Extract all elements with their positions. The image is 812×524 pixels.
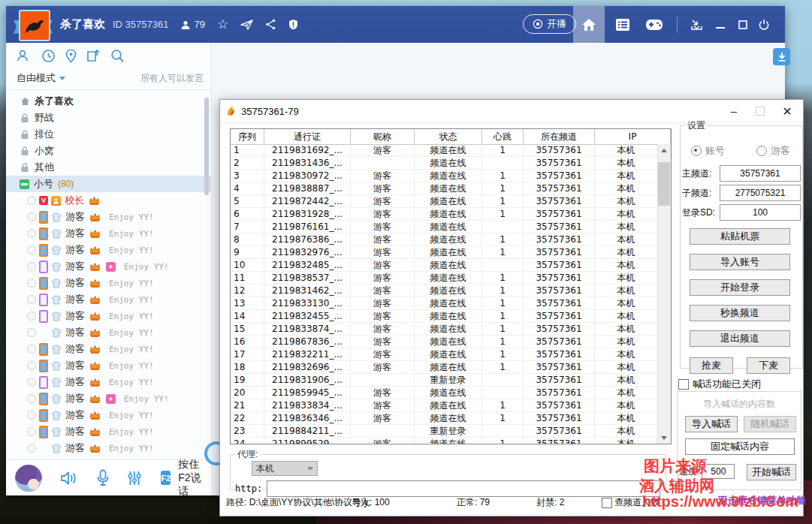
col-seq[interactable]: 序列 [231, 129, 264, 145]
fixed-shout-input[interactable]: 固定喊话内容 [685, 438, 795, 455]
col-status[interactable]: 状态 [415, 129, 482, 145]
checkbox-icon[interactable] [678, 379, 689, 390]
mode-selector[interactable]: 自由模式 [17, 71, 56, 85]
member-row[interactable]: V 游客 ♦ Enjoy YY! [6, 407, 211, 423]
power-button[interactable] [753, 6, 775, 43]
table-scrollbar[interactable] [657, 144, 671, 444]
channel-item[interactable]: 小号 (80) [6, 176, 211, 192]
member-row[interactable]: V 游客 ♦ Enjoy YY! [6, 423, 211, 440]
member-row[interactable]: V 游客 ♦ Enjoy YY! [6, 225, 211, 242]
table-row[interactable]: 8 2119876386_... 游客 频道在线 1 35757361 本机 [231, 233, 658, 246]
col-nickname[interactable]: 昵称 [351, 129, 415, 145]
channel-item[interactable]: 其他 [6, 159, 211, 176]
history-clock-icon[interactable] [41, 49, 56, 63]
table-row[interactable]: 20 2119859945_... 游客 频道在线 35757361 本机 [231, 387, 658, 399]
favorite-star-icon[interactable]: ☆ [217, 18, 228, 31]
download-manager-button[interactable] [685, 6, 708, 43]
member-manage-icon[interactable] [17, 49, 32, 62]
member-row[interactable]: V 游客 ♦ Enjoy YY! [6, 258, 211, 275]
channel-item[interactable]: 野战 [6, 110, 211, 126]
scroll-down-arrow[interactable] [658, 432, 670, 444]
microphone-icon[interactable] [96, 469, 110, 486]
chevron-down-icon[interactable] [59, 77, 65, 80]
channel-item[interactable]: 杀了喜欢 [6, 93, 211, 110]
col-heartbeat[interactable]: 心跳 [482, 129, 524, 145]
table-row[interactable]: 1 2119831692_... 游客 频道在线 1 35757361 本机 [231, 144, 658, 157]
table-row[interactable]: 6 2119831928_... 游客 频道在线 1 35757361 本机 [231, 208, 658, 221]
table-row[interactable]: 15 2119833874_... 游客 频道在线 1 35757361 本机 [231, 323, 658, 336]
app-logo[interactable] [14, 8, 53, 41]
table-row[interactable]: 16 2119867836_... 游客 频道在线 1 35757361 本机 [231, 336, 658, 348]
col-ip[interactable]: IP [595, 129, 671, 145]
table-row[interactable]: 21 2119833834_... 游客 频道在线 1 35757361 本机 [231, 399, 658, 412]
member-row[interactable]: V 游客 ♦ Enjoy YY! [6, 374, 211, 390]
shout-toggle[interactable]: 喊话功能已关闭 [678, 378, 761, 391]
radio-guest[interactable]: 游客 [756, 144, 790, 158]
proxy-select[interactable]: 本机 [252, 461, 318, 476]
sub-channel-input[interactable]: 2775075321 [720, 185, 801, 201]
col-passport[interactable]: 通行证 [264, 129, 351, 145]
member-row[interactable]: V 游客 ♦ Enjoy YY! [6, 275, 211, 291]
member-row[interactable]: V 游客 ♦ Enjoy YY! [6, 440, 211, 456]
radio-account[interactable]: 账号 [691, 144, 725, 158]
checkbox-icon[interactable] [602, 498, 612, 508]
table-row[interactable]: 23 2119884211_... 重新登录 35757361 本机 [231, 425, 658, 438]
table-row[interactable]: 9 2119832976_... 游客 频道在线 1 35757361 本机 [231, 246, 658, 259]
share-icon[interactable] [265, 19, 276, 30]
f2-key-badge[interactable]: F2 [161, 471, 171, 485]
game-center-button[interactable] [643, 6, 666, 43]
table-row[interactable]: 13 2119833130_... 游客 频道在线 1 35757361 本机 [231, 297, 658, 310]
channel-list-button[interactable] [611, 6, 634, 43]
collect-import-icon[interactable] [86, 49, 101, 62]
scroll-to-bottom-button[interactable] [773, 48, 790, 65]
tree-scrollbar[interactable] [204, 98, 209, 195]
member-row[interactable]: V 游客 ♦ Enjoy YY! [6, 324, 211, 341]
scrollbar-thumb[interactable] [658, 162, 670, 206]
table-row[interactable]: 4 2119838887_... 游客 频道在线 1 35757361 本机 [231, 182, 658, 195]
radio-icon[interactable] [756, 146, 767, 156]
http-proxy-input[interactable] [267, 480, 660, 497]
member-row[interactable]: V 游客 ♦ Enjoy YY! [6, 390, 211, 407]
member-row[interactable]: V 游客 ♦ Enjoy YY! [6, 242, 211, 258]
maximize-button[interactable] [732, 6, 754, 43]
member-row[interactable]: V 游客 ♦ Enjoy YY! [6, 308, 211, 324]
table-row[interactable]: 10 2119832485_... 游客 频道在线 35757361 本机 [231, 259, 658, 272]
table-row[interactable]: 17 2119832211_... 游客 频道在线 1 35757361 本机 [231, 348, 658, 361]
login-sd-input[interactable]: 100 [720, 204, 801, 221]
scroll-up-arrow[interactable] [658, 144, 670, 156]
grab-mic-button[interactable]: 抢麦 [690, 357, 733, 374]
table-row[interactable]: 7 2119876161_... 游客 频道在线 35757361 本机 [231, 221, 658, 233]
exit-channel-button[interactable]: 退出频道 [690, 330, 790, 347]
member-row[interactable]: V 游客 ♦ Enjoy YY! [6, 357, 211, 374]
send-plane-icon[interactable] [240, 20, 253, 30]
home-tab-button[interactable] [573, 6, 605, 43]
paste-ticket-button[interactable]: 粘贴机票 [690, 228, 790, 245]
shield-icon[interactable] [288, 19, 298, 30]
minimize-button[interactable] [709, 6, 732, 43]
table-row[interactable]: 5 2119872442_... 游客 频道在线 1 35757361 本机 [231, 195, 658, 208]
table-row[interactable]: 3 2119830972_... 游客 频道在线 1 35757361 本机 [231, 170, 658, 182]
start-shout-button[interactable]: 开始喊话 [747, 464, 796, 480]
location-pin-icon[interactable] [65, 49, 77, 63]
table-row[interactable]: 14 2119832455_... 游客 频道在线 1 35757361 本机 [231, 310, 658, 323]
drop-mic-button[interactable]: 下麦 [747, 357, 790, 374]
main-channel-input[interactable]: 35757361 [720, 165, 801, 182]
speaker-icon[interactable] [60, 470, 78, 486]
member-row[interactable]: V 游客 ♦ Enjoy YY! [6, 291, 211, 308]
user-avatar[interactable] [15, 465, 42, 492]
start-login-button[interactable]: 开始登录 [690, 279, 790, 296]
import-account-button[interactable]: 导入账号 [690, 254, 790, 270]
audio-settings-icon[interactable] [128, 470, 141, 486]
switch-channel-button[interactable]: 秒换频道 [690, 305, 790, 321]
import-shout-button[interactable]: 导入喊话 [685, 416, 738, 432]
table-row[interactable]: 18 2119832696_... 游客 频道在线 1 35757361 本机 [231, 361, 658, 374]
search-icon[interactable] [110, 49, 125, 63]
start-broadcast-button[interactable]: 开播 [523, 14, 576, 34]
table-row[interactable]: 24 2119899529_... 游客 频道在线 1 35757361 本机 [231, 438, 658, 444]
table-row[interactable]: 22 2119836346_... 游客 频道在线 1 35757361 本机 [231, 412, 658, 425]
channel-item[interactable]: 排位 [6, 126, 211, 143]
table-row[interactable]: 11 2119838537_... 游客 频道在线 1 35757361 本机 [231, 272, 658, 285]
radio-icon[interactable] [691, 146, 702, 156]
member-row[interactable]: V 校长 ♦ [6, 192, 211, 209]
member-row[interactable]: V 游客 ♦ Enjoy YY! [6, 341, 211, 357]
